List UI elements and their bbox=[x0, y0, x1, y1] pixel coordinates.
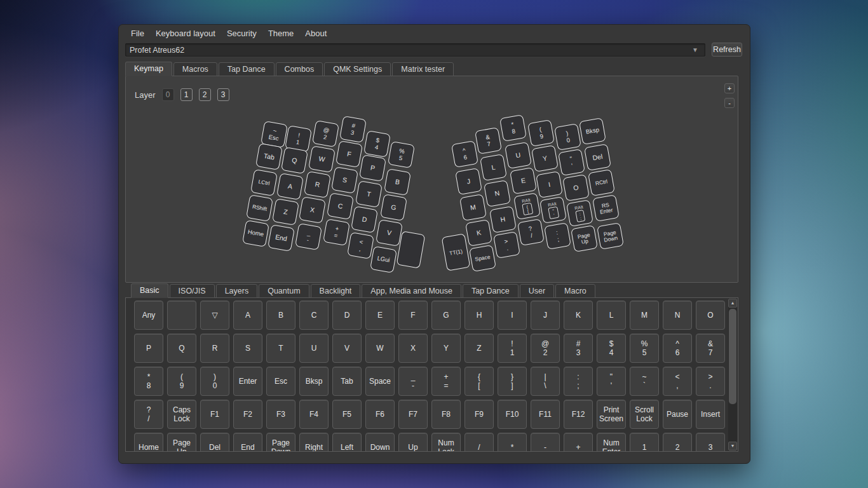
keymap-key-left[interactable]: += bbox=[323, 219, 350, 246]
keymap-key-left[interactable]: #3 bbox=[339, 116, 367, 143]
keycode-button[interactable]: PageUp bbox=[167, 433, 196, 452]
keycode-button[interactable]: F bbox=[398, 301, 428, 330]
keymap-key-right[interactable]: >. bbox=[493, 231, 520, 259]
keycode-button[interactable]: #3 bbox=[564, 334, 593, 363]
keymap-key-left[interactable]: R bbox=[304, 171, 331, 198]
keycode-tab-iso-jis[interactable]: ISO/JIS bbox=[170, 284, 215, 298]
keycode-button[interactable]: W bbox=[365, 334, 395, 363]
keycode-button[interactable]: Down bbox=[365, 433, 395, 452]
keycode-button[interactable]: Enter bbox=[233, 367, 262, 396]
keymap-key-right[interactable]: J bbox=[455, 168, 482, 195]
keymap-key-right[interactable]: TT(1) bbox=[441, 233, 470, 271]
keycode-button[interactable]: |\ bbox=[531, 367, 560, 396]
keycode-button[interactable]: <, bbox=[663, 367, 692, 396]
keymap-key-left[interactable]: _- bbox=[295, 223, 322, 250]
scrollbar-thumb[interactable] bbox=[729, 309, 736, 404]
keycode-button[interactable]: J bbox=[531, 301, 560, 330]
keymap-key-right[interactable]: *8 bbox=[499, 114, 527, 142]
keymap-key-right[interactable]: PageUp bbox=[571, 225, 598, 252]
keycode-scrollbar[interactable]: ▲ ▼ bbox=[728, 299, 737, 451]
keycode-tab-basic[interactable]: Basic bbox=[131, 283, 168, 298]
keycode-tab-layers[interactable]: Layers bbox=[216, 284, 258, 298]
tab-qmk-settings[interactable]: QMK Settings bbox=[324, 62, 391, 76]
keycode-button[interactable]: U bbox=[299, 334, 329, 363]
keymap-key-right[interactable]: ^6 bbox=[451, 140, 478, 168]
keycode-button[interactable]: T bbox=[266, 334, 295, 363]
keycode-tab-quantum[interactable]: Quantum bbox=[259, 284, 309, 298]
keymap-key-left[interactable]: T bbox=[355, 180, 383, 208]
keymap-key-left[interactable]: F bbox=[336, 140, 363, 168]
tab-tap-dance[interactable]: Tap Dance bbox=[219, 62, 275, 76]
keycode-button[interactable]: {[ bbox=[465, 367, 494, 396]
tab-keymap[interactable]: Keymap bbox=[125, 62, 172, 76]
keymap-key-right[interactable]: Space bbox=[469, 245, 496, 272]
keymap-key-right[interactable]: RAlt"' bbox=[539, 196, 567, 224]
keycode-button[interactable]: Home bbox=[134, 433, 163, 452]
keycode-button[interactable]: $4 bbox=[597, 334, 626, 363]
keycode-button[interactable]: Pause bbox=[663, 400, 692, 429]
keycode-button[interactable]: &7 bbox=[696, 334, 725, 363]
keymap-key-left[interactable]: LGui bbox=[370, 246, 397, 273]
keymap-key-right[interactable]: "' bbox=[558, 149, 585, 176]
keycode-button[interactable]: }] bbox=[498, 367, 527, 396]
keymap-key-left[interactable]: Z bbox=[272, 198, 299, 226]
keycode-button[interactable]: F6 bbox=[365, 400, 395, 429]
keycode-button[interactable]: H bbox=[465, 301, 494, 330]
keymap-key-right[interactable]: H bbox=[489, 206, 517, 233]
keymap-key-right[interactable]: ?/ bbox=[517, 219, 545, 246]
keycode-button[interactable]: F4 bbox=[299, 400, 329, 429]
keymap-key-left[interactable]: $4 bbox=[363, 130, 391, 158]
keycode-button[interactable]: F12 bbox=[564, 400, 593, 429]
layer-button-3[interactable]: 3 bbox=[217, 88, 229, 101]
keycode-button[interactable]: End bbox=[233, 433, 262, 452]
keycode-button[interactable]: P bbox=[134, 334, 163, 363]
keycode-button[interactable]: PageDown bbox=[266, 433, 295, 452]
keycode-button[interactable]: Left bbox=[332, 433, 362, 452]
keycode-button[interactable]: ScrollLock bbox=[630, 400, 659, 429]
keymap-key-right[interactable]: :; bbox=[544, 222, 571, 250]
keycode-button[interactable]: += bbox=[431, 367, 461, 396]
keycode-button[interactable]: ?/ bbox=[134, 400, 163, 429]
keycode-button[interactable]: Y bbox=[431, 334, 461, 363]
keycode-button[interactable]: *8 bbox=[134, 367, 163, 396]
tab-combos[interactable]: Combos bbox=[276, 62, 323, 76]
keycode-button[interactable]: Up bbox=[398, 433, 428, 452]
keycode-button[interactable]: + bbox=[564, 433, 593, 452]
keycode-button[interactable]: Tab bbox=[332, 367, 362, 396]
keycode-button[interactable]: F7 bbox=[398, 400, 428, 429]
keymap-key-right[interactable]: L bbox=[480, 154, 507, 181]
keymap-key-left[interactable]: P bbox=[359, 154, 386, 182]
keymap-key-right[interactable]: Y bbox=[531, 145, 559, 172]
keycode-button[interactable]: - bbox=[531, 433, 560, 452]
keycode-tab-tap-dance[interactable]: Tap Dance bbox=[463, 284, 519, 298]
keymap-key-left[interactable]: End bbox=[268, 224, 295, 252]
keycode-button[interactable]: * bbox=[498, 433, 527, 452]
keymap-key-right[interactable]: &7 bbox=[475, 127, 502, 154]
keycode-button[interactable]: "' bbox=[597, 367, 626, 396]
keymap-key-right[interactable]: PageDown bbox=[597, 222, 624, 250]
keycode-button[interactable]: PrintScreen bbox=[597, 400, 626, 429]
keycode-button[interactable]: F11 bbox=[531, 400, 560, 429]
keycode-button[interactable]: F2 bbox=[233, 400, 262, 429]
keymap-key-left[interactable]: Tab bbox=[255, 143, 283, 170]
keycode-button[interactable]: K bbox=[564, 301, 593, 330]
keymap-key-right[interactable]: K bbox=[465, 219, 492, 247]
keymap-key-right[interactable]: N bbox=[484, 180, 511, 207]
layer-button-1[interactable]: 1 bbox=[180, 88, 193, 101]
keymap-key-left[interactable]: LCtrl bbox=[250, 169, 278, 196]
keycode-button[interactable]: F1 bbox=[200, 400, 229, 429]
keycode-button[interactable]: X bbox=[398, 334, 428, 363]
keycode-button[interactable]: I bbox=[498, 301, 527, 330]
keycode-tab-user[interactable]: User bbox=[520, 284, 554, 298]
scroll-down-icon[interactable]: ▼ bbox=[728, 442, 737, 451]
keycode-button[interactable]: _- bbox=[398, 367, 428, 396]
keymap-key-right[interactable]: Del bbox=[584, 144, 611, 171]
keycode-button[interactable]: %5 bbox=[630, 334, 659, 363]
keyboard-device-selector[interactable]: Profet Atreus62 ▼ bbox=[125, 43, 705, 57]
keymap-key-left[interactable]: Q bbox=[281, 147, 308, 174]
keycode-button[interactable]: G bbox=[431, 301, 461, 330]
menu-item-theme[interactable]: Theme bbox=[262, 27, 299, 39]
keycode-button[interactable]: N bbox=[663, 301, 692, 330]
menu-item-about[interactable]: About bbox=[299, 27, 332, 39]
keycode-button[interactable]: F3 bbox=[266, 400, 295, 429]
